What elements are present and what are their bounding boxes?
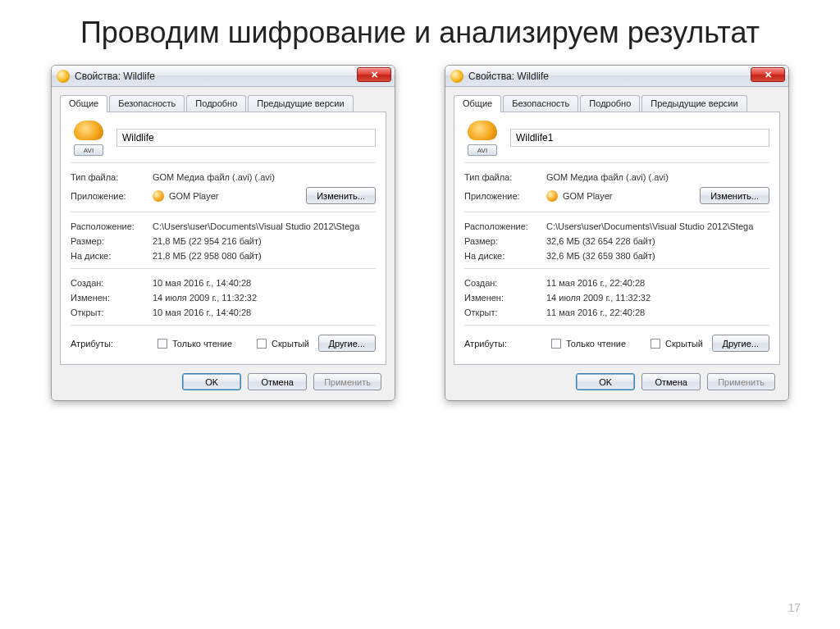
properties-dialog-left: Свойства: Wildlife ✕ Общие Безопасность … [51,65,395,401]
label-attributes: Атрибуты: [464,339,546,349]
tab-previous-versions[interactable]: Предыдущие версии [248,95,353,112]
checkbox-hidden[interactable] [257,339,267,349]
avi-file-icon: AVI [464,120,500,156]
value-filetype: GOM Медиа файл (.avi) (.avi) [546,172,769,182]
ok-button[interactable]: OK [182,373,241,390]
label-created: Создан: [71,278,153,288]
advanced-attributes-button[interactable]: Другие... [318,335,376,352]
value-modified: 14 июля 2009 г., 11:32:32 [546,293,769,303]
dialog-button-bar: OK Отмена Применить [454,365,780,392]
label-hidden: Скрытый [272,339,309,349]
close-button[interactable]: ✕ [751,67,785,82]
tab-details[interactable]: Подробно [186,95,246,112]
value-created: 11 мая 2016 г., 22:40:28 [546,278,769,288]
label-size: Размер: [464,236,546,246]
tab-details[interactable]: Подробно [580,95,640,112]
properties-dialog-right: Свойства: Wildlife ✕ Общие Безопасность … [445,65,789,401]
value-modified: 14 июля 2009 г., 11:32:32 [153,293,376,303]
value-app: GOM Player [169,191,219,201]
titlebar[interactable]: Свойства: Wildlife ✕ [445,66,788,87]
label-size-on-disk: На диске: [71,251,153,261]
tab-panel-general: AVI Тип файла: GOM Медиа файл (.avi) (.a… [60,112,386,365]
value-filetype: GOM Медиа файл (.avi) (.avi) [153,172,376,182]
filename-input[interactable] [116,129,376,147]
filename-input[interactable] [510,129,769,147]
tab-panel-general: AVI Тип файла: GOM Медиа файл (.avi) (.a… [454,112,780,365]
label-filetype: Тип файла: [71,172,153,182]
avi-file-icon: AVI [71,120,107,156]
close-icon: ✕ [765,70,772,80]
label-app: Приложение: [71,191,153,201]
label-modified: Изменен: [71,293,153,303]
value-app: GOM Player [563,191,613,201]
cancel-button[interactable]: Отмена [248,373,307,390]
tab-general[interactable]: Общие [454,95,501,112]
value-location: C:\Users\user\Documents\Visual Studio 20… [546,221,769,231]
tab-previous-versions[interactable]: Предыдущие версии [641,95,746,112]
tab-security[interactable]: Безопасность [503,95,578,112]
value-size-on-disk: 21,8 МБ (22 958 080 байт) [153,251,376,261]
tabstrip: Общие Безопасность Подробно Предыдущие в… [60,94,386,112]
close-button[interactable]: ✕ [357,67,391,82]
label-readonly: Только чтение [172,339,232,349]
tab-general[interactable]: Общие [60,95,107,112]
label-readonly: Только чтение [566,339,626,349]
label-size-on-disk: На диске: [464,251,546,261]
dialog-button-bar: OK Отмена Применить [60,365,386,392]
window-title: Свойства: Wildlife [468,71,549,82]
apply-button[interactable]: Применить [707,373,775,390]
label-location: Расположение: [71,221,153,231]
label-filetype: Тип файла: [464,172,546,182]
change-app-button[interactable]: Изменить... [700,187,769,204]
gom-file-icon [57,70,70,83]
value-accessed: 10 мая 2016 г., 14:40:28 [153,308,376,317]
label-created: Создан: [464,278,546,288]
tab-security[interactable]: Безопасность [109,95,185,112]
slide-title: Проводим шифрование и анализируем резуль… [33,15,807,50]
change-app-button[interactable]: Изменить... [306,187,376,204]
label-accessed: Открыт: [464,308,546,317]
value-size: 32,6 МБ (32 654 228 байт) [546,236,769,246]
apply-button[interactable]: Применить [313,373,381,390]
label-hidden: Скрытый [665,339,703,349]
advanced-attributes-button[interactable]: Другие... [712,335,769,352]
close-icon: ✕ [371,70,378,80]
titlebar[interactable]: Свойства: Wildlife ✕ [52,66,395,87]
value-accessed: 11 мая 2016 г., 22:40:28 [546,308,769,317]
gom-player-icon [546,190,558,202]
label-modified: Изменен: [464,293,546,303]
ok-button[interactable]: OK [576,373,635,390]
label-accessed: Открыт: [71,308,153,317]
tabstrip: Общие Безопасность Подробно Предыдущие в… [454,94,780,112]
slide-page-number: 17 [788,601,801,614]
window-title: Свойства: Wildlife [75,71,155,82]
gom-file-icon [450,70,463,83]
value-size: 21,8 МБ (22 954 216 байт) [153,236,376,246]
checkbox-readonly[interactable] [158,339,167,349]
value-location: C:\Users\user\Documents\Visual Studio 20… [153,221,376,231]
cancel-button[interactable]: Отмена [641,373,701,390]
gom-player-icon [153,190,164,202]
label-size: Размер: [71,236,153,246]
label-attributes: Атрибуты: [71,339,153,349]
checkbox-hidden[interactable] [651,339,660,349]
value-created: 10 мая 2016 г., 14:40:28 [153,278,376,288]
checkbox-readonly[interactable] [551,339,561,349]
label-app: Приложение: [464,191,546,201]
label-location: Расположение: [464,221,546,231]
value-size-on-disk: 32,6 МБ (32 659 380 байт) [546,251,769,261]
